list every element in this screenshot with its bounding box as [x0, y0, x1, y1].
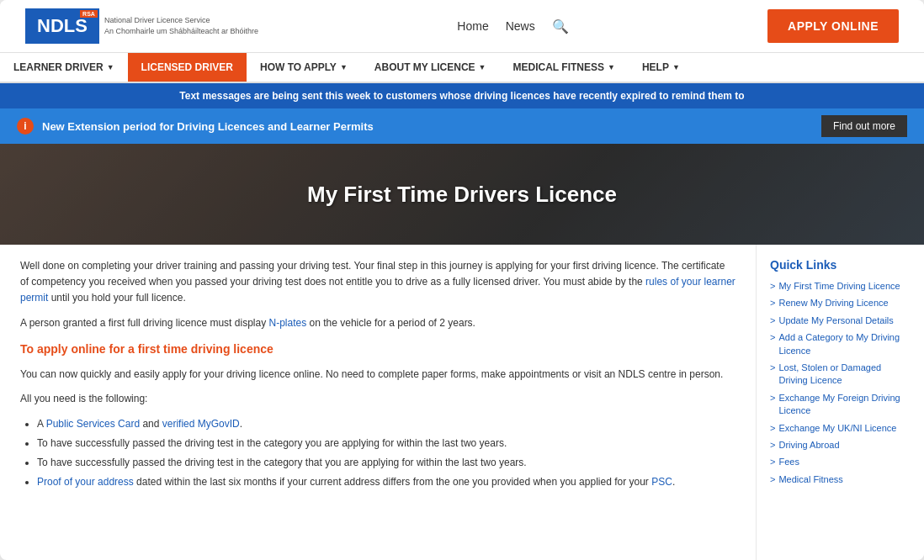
- requirements-list: A Public Services Card and verified MyGo…: [37, 416, 735, 491]
- apply-heading: To apply online for a first time driving…: [20, 340, 735, 358]
- all-you-need: All you need is the following:: [20, 391, 735, 407]
- header: RSA NDLS National Driver Licence Service…: [0, 0, 924, 53]
- find-out-more-button[interactable]: Find out more: [821, 115, 907, 137]
- apply-paragraph: You can now quickly and easily apply for…: [20, 367, 735, 383]
- arrow-icon: >: [770, 281, 775, 291]
- header-nav: Home News 🔍: [457, 18, 568, 34]
- proof-of-address-link[interactable]: Proof of your address: [37, 476, 134, 488]
- list-item-1: A Public Services Card and verified MyGo…: [37, 416, 735, 432]
- hero-title: My First Time Drivers Licence: [307, 182, 617, 208]
- psc-link[interactable]: PSC: [651, 476, 672, 488]
- sidebar-link-ukni[interactable]: Exchange My UK/NI Licence: [778, 422, 896, 435]
- main-content: Well done on completing your driver trai…: [0, 245, 756, 560]
- list-item-2: To have successfully passed the driving …: [37, 436, 735, 452]
- logo-line1: National Driver Licence Service: [104, 15, 258, 26]
- hero-section: My First Time Drivers Licence: [0, 144, 924, 245]
- apply-online-button[interactable]: APPLY ONLINE: [767, 9, 899, 43]
- sidebar-link-1: > My First Time Driving Licence: [770, 280, 911, 293]
- sidebar-link-foreign[interactable]: Exchange My Foreign Driving Licence: [778, 392, 911, 418]
- mygovid-link[interactable]: verified MyGovID: [162, 418, 240, 430]
- sidebar-link-medical[interactable]: Medical Fitness: [778, 473, 842, 486]
- sidebar-link-abroad[interactable]: Driving Abroad: [778, 439, 839, 452]
- caret-icon: ▼: [340, 63, 348, 71]
- caret-icon: ▼: [608, 63, 615, 71]
- list-item-3: To have successfully passed the driving …: [37, 455, 735, 471]
- arrow-icon: >: [770, 474, 775, 484]
- sidebar-link-renew[interactable]: Renew My Driving Licence: [778, 297, 888, 309]
- nav-licensed-driver[interactable]: LICENSED DRIVER: [128, 53, 247, 82]
- n-plates-link[interactable]: N-plates: [268, 317, 306, 329]
- arrow-icon: >: [770, 315, 775, 325]
- nav-medical-fitness[interactable]: MEDICAL FITNESS ▼: [500, 53, 629, 82]
- nav-help[interactable]: HELP ▼: [629, 53, 693, 82]
- arrow-icon: >: [770, 440, 775, 450]
- arrow-icon: >: [770, 362, 775, 372]
- top-banner: Text messages are being sent this week t…: [0, 83, 924, 108]
- arrow-icon: >: [770, 298, 775, 308]
- sidebar-link-4: > Add a Category to My Driving Licence: [770, 331, 911, 357]
- content-area: Well done on completing your driver trai…: [0, 245, 924, 560]
- search-icon[interactable]: 🔍: [552, 18, 569, 34]
- nav-bar: LEARNER DRIVER ▼ LICENSED DRIVER HOW TO …: [0, 53, 924, 83]
- sidebar-link-fees[interactable]: Fees: [778, 456, 799, 468]
- sidebar-link-update[interactable]: Update My Personal Details: [778, 314, 893, 327]
- info-bar: i New Extension period for Driving Licen…: [0, 108, 924, 144]
- sidebar: Quick Links > My First Time Driving Lice…: [756, 245, 924, 560]
- sidebar-title: Quick Links: [770, 258, 911, 272]
- logo-line2: An Chomhairle um Shábháilteacht ar Bhóit…: [104, 26, 258, 37]
- sidebar-links: > My First Time Driving Licence > Renew …: [770, 280, 911, 486]
- arrow-icon: >: [770, 332, 775, 342]
- nav-about-licence[interactable]: ABOUT MY LICENCE ▼: [361, 53, 500, 82]
- caret-icon: ▼: [672, 63, 680, 71]
- sidebar-link-7: > Exchange My UK/NI Licence: [770, 422, 911, 435]
- caret-icon: ▼: [107, 63, 114, 71]
- rsa-badge: RSA: [80, 10, 98, 18]
- sidebar-link-3: > Update My Personal Details: [770, 314, 911, 327]
- nav-home-link[interactable]: Home: [457, 19, 488, 33]
- logo-area: RSA NDLS National Driver Licence Service…: [25, 8, 258, 44]
- nav-news-link[interactable]: News: [506, 19, 535, 33]
- info-bar-text: New Extension period for Driving Licence…: [42, 120, 813, 133]
- sidebar-link-lost[interactable]: Lost, Stolen or Damaged Driving Licence: [778, 362, 911, 388]
- logo-box: RSA NDLS: [25, 8, 99, 44]
- sidebar-link-add-category[interactable]: Add a Category to My Driving Licence: [778, 331, 911, 357]
- sidebar-link-6: > Exchange My Foreign Driving Licence: [770, 392, 911, 418]
- caret-icon: ▼: [479, 63, 486, 71]
- arrow-icon: >: [770, 393, 775, 403]
- nav-how-to-apply[interactable]: HOW TO APPLY ▼: [247, 53, 361, 82]
- sidebar-link-2: > Renew My Driving Licence: [770, 297, 911, 309]
- nav-learner-driver[interactable]: LEARNER DRIVER ▼: [0, 53, 128, 82]
- info-icon: i: [17, 118, 34, 135]
- arrow-icon: >: [770, 423, 775, 433]
- sidebar-link-9: > Fees: [770, 456, 911, 468]
- sidebar-link-10: > Medical Fitness: [770, 473, 911, 486]
- intro-paragraph-2: A person granted a first full driving li…: [20, 315, 735, 331]
- sidebar-link-5: > Lost, Stolen or Damaged Driving Licenc…: [770, 362, 911, 388]
- page-wrapper: RSA NDLS National Driver Licence Service…: [0, 0, 924, 560]
- arrow-icon: >: [770, 457, 775, 467]
- list-item-4: Proof of your address dated within the l…: [37, 474, 735, 490]
- intro-paragraph-1: Well done on completing your driver trai…: [20, 258, 735, 307]
- public-services-card-link[interactable]: Public Services Card: [46, 418, 140, 430]
- sidebar-link-8: > Driving Abroad: [770, 439, 911, 452]
- logo-full-text: National Driver Licence Service An Chomh…: [99, 15, 258, 36]
- sidebar-link-first-time[interactable]: My First Time Driving Licence: [778, 280, 900, 293]
- logo-text: NDLS: [37, 15, 88, 36]
